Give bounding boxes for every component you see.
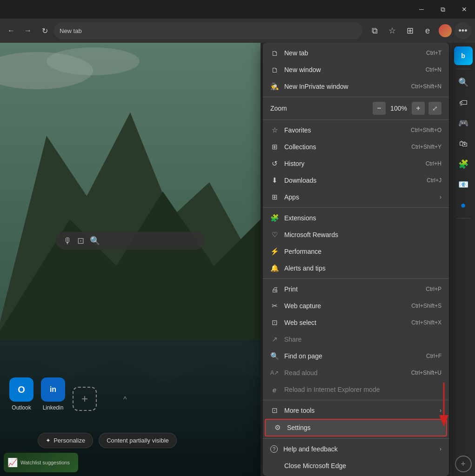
more-button[interactable]: ••• [455, 22, 471, 39]
close-button[interactable]: ✕ [454, 0, 475, 19]
edge-button[interactable]: e [419, 22, 436, 39]
menu-item-print[interactable]: 🖨 Print Ctrl+P [263, 281, 449, 298]
menu-item-performance[interactable]: ⚡ Performance [263, 243, 449, 260]
add-shortcut-icon: + [73, 387, 97, 411]
sidebar-search-button[interactable]: 🔍 [454, 73, 473, 92]
new-tab-icon: 🗋 [270, 49, 279, 57]
menu-item-history[interactable]: ↺ History Ctrl+H [263, 155, 449, 172]
bing-button[interactable]: b [454, 46, 473, 65]
iemode-icon: e [270, 385, 279, 394]
image-search-button[interactable]: ⊡ [77, 236, 84, 246]
zoom-fullscreen-button[interactable]: ⤢ [428, 102, 442, 115]
title-bar-controls: ─ ⧉ ✕ [411, 0, 475, 19]
menu-item-inprivate[interactable]: 🕵 New InPrivate window Ctrl+Shift+N [263, 78, 449, 95]
outlook-icon: O [9, 377, 33, 402]
webselect-shortcut: Ctrl+Shift+X [411, 319, 442, 326]
rewards-icon: ♡ [270, 231, 279, 239]
outlook-shortcut[interactable]: O Outlook [9, 377, 33, 411]
menu-item-webcapture[interactable]: ✂ Web capture Ctrl+Shift+S [263, 298, 449, 314]
webcapture-shortcut: Ctrl+Shift+S [411, 303, 442, 309]
menu-item-favorites[interactable]: ☆ Favorites Ctrl+Shift+O [263, 122, 449, 139]
sidebar-discover-button[interactable]: ● [454, 196, 473, 214]
menu-item-find[interactable]: 🔍 Find on page Ctrl+F [263, 348, 449, 364]
divider-6 [263, 438, 449, 439]
personalize-button[interactable]: ✦ Personalize [38, 433, 93, 448]
address-bar[interactable]: New tab [54, 22, 362, 39]
linkedin-shortcut[interactable]: in Linkedin [41, 377, 65, 411]
back-button[interactable]: ← [4, 23, 19, 38]
share-icon: ↗ [270, 335, 279, 344]
sidebar-shopping-button[interactable]: 🛍 [454, 134, 473, 153]
sidebar-extensions-button[interactable]: 🧩 [454, 155, 473, 173]
inprivate-icon: 🕵 [270, 82, 279, 91]
search-area: 🎙 ⊡ 🔍 [56, 232, 205, 250]
watchlist-card[interactable]: 📈 Watchlist suggestions [4, 453, 78, 472]
favorites-button[interactable]: ☆ [384, 22, 401, 39]
menu-item-moretools[interactable]: ⊡ More tools › [263, 402, 449, 419]
iemode-label: Reload in Internet Explorer mode [284, 386, 442, 393]
dropdown-menu: 🗋 New tab Ctrl+T 🗋 New window Ctrl+N 🕵 N… [263, 43, 449, 476]
search-button[interactable]: 🔍 [90, 236, 100, 246]
menu-item-settings[interactable]: ⚙ Settings [265, 419, 447, 436]
menu-item-downloads[interactable]: ⬇ Downloads Ctrl+J [263, 172, 449, 189]
favorites-icon: ☆ [270, 126, 279, 134]
refresh-button[interactable]: ↻ [37, 23, 52, 38]
downloads-shortcut: Ctrl+J [427, 177, 442, 184]
webselect-label: Web select [284, 319, 406, 326]
share-label: Share [284, 336, 442, 343]
menu-item-help[interactable]: ? Help and feedback › [263, 441, 449, 457]
menu-item-readaloud: A↗ Read aloud Ctrl+Shift+U [263, 364, 449, 381]
menu-item-new-window[interactable]: 🗋 New window Ctrl+N [263, 61, 449, 78]
newtab-content: 🎙 ⊡ 🔍 [0, 43, 261, 476]
forward-button[interactable]: → [20, 23, 35, 38]
performance-icon: ⚡ [270, 247, 279, 256]
content-visible-button[interactable]: Content partially visible [99, 433, 177, 448]
voice-search-button[interactable]: 🎙 [63, 236, 72, 246]
divider-3 [263, 207, 449, 208]
menu-item-new-tab[interactable]: 🗋 New tab Ctrl+T [263, 45, 449, 61]
extensions-label: Extensions [284, 214, 442, 222]
apps-icon: ⊞ [270, 193, 279, 201]
favorites-label: Favorites [284, 126, 405, 134]
collections-label: Collections [284, 143, 406, 151]
menu-item-webselect[interactable]: ⊡ Web select Ctrl+Shift+X [263, 314, 449, 331]
readaloud-shortcut: Ctrl+Shift+U [411, 370, 442, 376]
collections-button[interactable]: ⊞ [401, 22, 418, 39]
collections-menu-icon: ⊞ [270, 143, 279, 151]
add-shortcut[interactable]: + [73, 387, 97, 411]
main-content: 🎙 ⊡ 🔍 ^ O Outlook in Linkedin + ✦ P [0, 43, 475, 476]
zoom-decrease-button[interactable]: − [373, 102, 386, 115]
restore-button[interactable]: ⧉ [432, 0, 454, 19]
new-window-icon: 🗋 [270, 66, 279, 74]
chevron-up-icon[interactable]: ^ [123, 396, 127, 404]
sidebar-add-button[interactable]: + [455, 456, 472, 472]
browser-toolbar: ← → ↻ New tab ⧉ ☆ ⊞ e ••• [0, 19, 475, 43]
sidebar-collections-button[interactable]: 🏷 [454, 93, 473, 112]
webcapture-icon: ✂ [270, 302, 279, 310]
print-label: Print [284, 285, 420, 293]
profile-button[interactable] [437, 22, 454, 39]
menu-item-apps[interactable]: ⊞ Apps › [263, 189, 449, 205]
menu-item-alerts[interactable]: 🔔 Alerts and tips [263, 260, 449, 277]
search-input-row[interactable]: 🎙 ⊡ 🔍 [56, 232, 205, 250]
menu-item-extensions[interactable]: 🧩 Extensions [263, 210, 449, 226]
readaloud-label: Read aloud [284, 369, 406, 377]
menu-item-close-edge[interactable]: Close Microsoft Edge [263, 457, 449, 474]
zoom-row: Zoom − 100% + ⤢ [263, 99, 449, 118]
split-tab-button[interactable]: ⧉ [366, 22, 383, 39]
print-shortcut: Ctrl+P [426, 286, 442, 292]
sidebar-outlook-button[interactable]: 📧 [454, 175, 473, 194]
linkedin-label: Linkedin [43, 404, 64, 411]
apps-arrow-icon: › [440, 194, 442, 200]
zoom-increase-button[interactable]: + [412, 102, 425, 115]
downloads-icon: ⬇ [270, 176, 279, 185]
menu-item-collections[interactable]: ⊞ Collections Ctrl+Shift+Y [263, 139, 449, 155]
sidebar-games-button[interactable]: 🎮 [454, 114, 473, 132]
print-icon: 🖨 [270, 285, 279, 293]
minimize-button[interactable]: ─ [411, 0, 432, 19]
favorites-shortcut: Ctrl+Shift+O [411, 127, 442, 133]
profile-avatar [439, 24, 452, 37]
menu-item-rewards[interactable]: ♡ Microsoft Rewards [263, 226, 449, 243]
zoom-controls: − 100% + ⤢ [373, 102, 442, 115]
downloads-label: Downloads [284, 177, 421, 184]
